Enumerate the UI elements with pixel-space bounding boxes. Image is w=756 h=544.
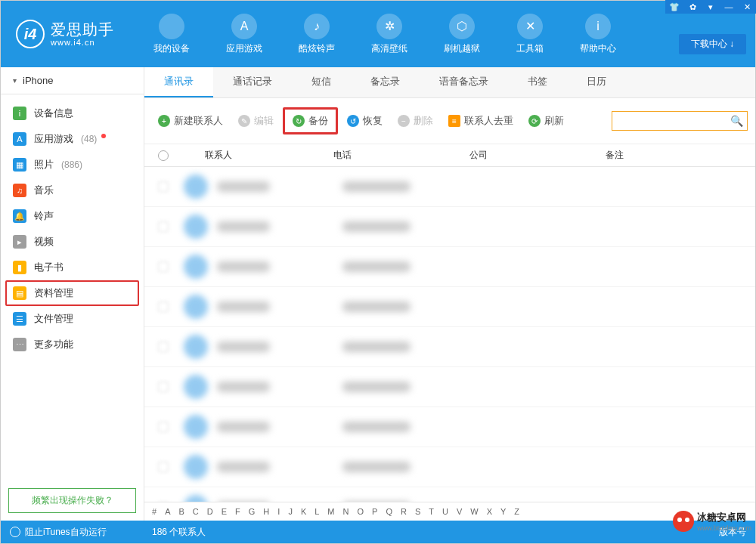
- delete-button[interactable]: −删除: [392, 111, 439, 131]
- index-letter[interactable]: Z: [514, 507, 519, 516]
- topnav-item-2[interactable]: ♪酷炫铃声: [299, 14, 335, 55]
- row-checkbox[interactable]: [152, 261, 175, 272]
- topnav-icon: ✕: [517, 14, 543, 39]
- index-letter[interactable]: T: [429, 507, 434, 516]
- contact-row[interactable]: [144, 287, 755, 327]
- search-icon[interactable]: 🔍: [730, 115, 743, 127]
- index-letter[interactable]: S: [415, 507, 420, 516]
- index-letter[interactable]: A: [165, 507, 170, 516]
- index-letter[interactable]: M: [327, 507, 334, 516]
- topnav-item-3[interactable]: ✲高清壁纸: [371, 14, 407, 55]
- contact-phone-blurred: [342, 181, 411, 192]
- index-letter[interactable]: U: [442, 507, 448, 516]
- restore-button[interactable]: ↺恢复: [341, 111, 389, 131]
- operation-fail-help-button[interactable]: 频繁出现操作失败？: [8, 488, 136, 513]
- select-all-checkbox[interactable]: [152, 149, 175, 162]
- row-checkbox[interactable]: [152, 342, 175, 352]
- topnav-item-5[interactable]: ✕工具箱: [516, 14, 544, 55]
- subtab-2[interactable]: 短信: [292, 67, 351, 97]
- index-letter[interactable]: B: [178, 507, 184, 516]
- contact-name-blurred: [217, 301, 270, 312]
- contact-row[interactable]: [144, 167, 755, 207]
- topnav-item-0[interactable]: 我的设备: [153, 14, 190, 55]
- search-box[interactable]: 🔍: [612, 111, 748, 131]
- index-letter[interactable]: D: [207, 507, 213, 516]
- index-letter[interactable]: G: [249, 507, 256, 516]
- contact-row[interactable]: [144, 407, 755, 447]
- col-phone[interactable]: 电话: [333, 149, 469, 162]
- sidebar-item-0[interactable]: i设备信息: [1, 100, 144, 126]
- subtab-0[interactable]: 通讯录: [144, 67, 213, 97]
- app-header: i4 爱思助手 www.i4.cn 我的设备A应用游戏♪酷炫铃声✲高清壁纸⬡刷机…: [1, 1, 755, 67]
- sidebar-item-5[interactable]: ▸视频: [1, 229, 144, 255]
- contact-row[interactable]: [144, 207, 755, 247]
- index-letter[interactable]: X: [487, 507, 492, 516]
- sidebar-item-3[interactable]: ♫音乐: [1, 178, 144, 203]
- index-letter[interactable]: O: [357, 507, 364, 516]
- subtab-6[interactable]: 日历: [567, 67, 626, 97]
- subtab-4[interactable]: 语音备忘录: [420, 67, 508, 97]
- topnav-icon: ⬡: [449, 14, 475, 39]
- sidebar-icon: ☰: [13, 312, 26, 326]
- titlebar-menu-icon[interactable]: ▾: [702, 0, 720, 14]
- index-letter[interactable]: Q: [386, 507, 392, 516]
- contact-row[interactable]: [144, 447, 755, 487]
- index-letter[interactable]: #: [152, 507, 156, 516]
- index-letter[interactable]: I: [277, 507, 280, 516]
- index-letter[interactable]: L: [314, 507, 319, 516]
- index-letter[interactable]: F: [235, 507, 240, 516]
- backup-button[interactable]: ↻备份: [283, 107, 338, 134]
- col-company[interactable]: 公司: [469, 149, 606, 162]
- contact-phone-blurred: [342, 382, 411, 392]
- subtab-5[interactable]: 书签: [508, 67, 567, 97]
- device-selector[interactable]: iPhone: [1, 67, 144, 94]
- titlebar-settings-icon[interactable]: ✿: [683, 0, 702, 14]
- titlebar-close-icon[interactable]: ✕: [738, 0, 756, 14]
- sidebar-item-4[interactable]: 🔔铃声: [1, 203, 144, 229]
- sidebar-item-6[interactable]: ▮电子书: [1, 255, 144, 280]
- row-checkbox[interactable]: [152, 181, 175, 192]
- index-letter[interactable]: H: [263, 507, 269, 516]
- contact-row[interactable]: [144, 367, 755, 407]
- subtab-3[interactable]: 备忘录: [351, 67, 420, 97]
- row-checkbox[interactable]: [152, 301, 175, 312]
- index-letter[interactable]: C: [193, 507, 199, 516]
- contact-row[interactable]: [144, 247, 755, 287]
- dedupe-button[interactable]: ≡联系人去重: [442, 111, 519, 131]
- edit-button[interactable]: ✎编辑: [232, 111, 280, 131]
- index-letter[interactable]: P: [372, 507, 377, 516]
- row-checkbox[interactable]: [152, 382, 175, 392]
- contact-row[interactable]: [144, 327, 755, 367]
- row-checkbox[interactable]: [152, 221, 175, 232]
- row-checkbox[interactable]: [152, 422, 175, 432]
- col-note[interactable]: 备注: [606, 149, 748, 162]
- titlebar-shirt-icon[interactable]: 👕: [665, 0, 683, 14]
- index-letter[interactable]: V: [457, 507, 462, 516]
- index-letter[interactable]: J: [288, 507, 293, 516]
- index-letter[interactable]: R: [401, 507, 407, 516]
- index-letter[interactable]: E: [222, 507, 227, 516]
- titlebar-minimize-icon[interactable]: —: [720, 0, 738, 14]
- subtab-1[interactable]: 通话记录: [213, 67, 292, 97]
- col-contact[interactable]: 联系人: [175, 149, 333, 162]
- sidebar-item-9[interactable]: ⋯更多功能: [1, 332, 144, 357]
- new-contact-button[interactable]: +新建联系人: [152, 111, 229, 131]
- search-input[interactable]: [617, 116, 730, 126]
- sidebar-label: 电子书: [34, 261, 64, 274]
- sidebar-item-7[interactable]: ▤资料管理: [5, 280, 139, 306]
- sidebar-item-1[interactable]: A应用游戏(48): [1, 126, 144, 152]
- download-center-button[interactable]: 下载中心 ↓: [679, 34, 746, 54]
- topnav-item-6[interactable]: i帮助中心: [580, 14, 616, 55]
- refresh-button[interactable]: ⟳刷新: [522, 111, 570, 131]
- block-itunes-toggle[interactable]: 阻止iTunes自动运行: [1, 526, 144, 539]
- index-letter[interactable]: W: [470, 507, 478, 516]
- row-checkbox[interactable]: [152, 462, 175, 472]
- sidebar-item-2[interactable]: ▦照片(886): [1, 152, 144, 178]
- index-letter[interactable]: K: [301, 507, 306, 516]
- index-letter[interactable]: Y: [500, 507, 506, 516]
- topnav-item-4[interactable]: ⬡刷机越狱: [444, 14, 480, 55]
- index-letter[interactable]: N: [343, 507, 349, 516]
- topnav-item-1[interactable]: A应用游戏: [226, 14, 262, 55]
- sidebar-item-8[interactable]: ☰文件管理: [1, 306, 144, 332]
- contact-row[interactable]: [144, 487, 755, 502]
